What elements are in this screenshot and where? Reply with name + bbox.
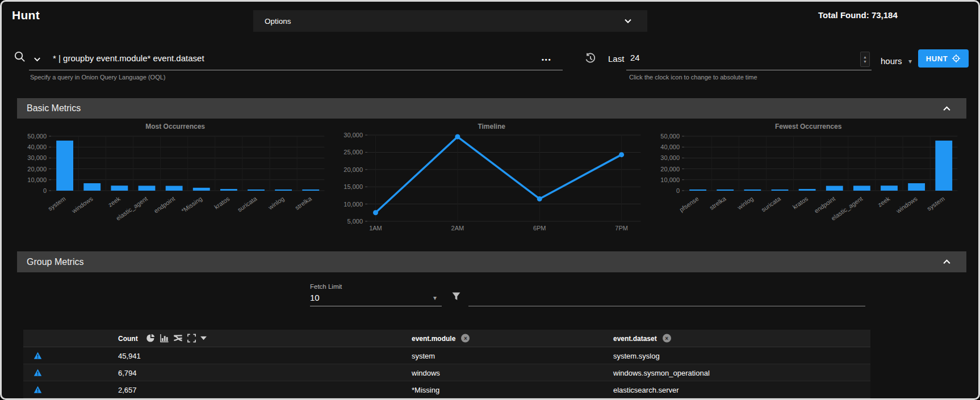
svg-text:endpoint: endpoint bbox=[813, 195, 836, 214]
svg-text:Fewest Occurrences: Fewest Occurrences bbox=[775, 123, 842, 130]
options-dropdown[interactable]: Options bbox=[253, 10, 647, 32]
count-column-header[interactable]: Count bbox=[118, 334, 138, 342]
group-metrics-table: Count bbox=[23, 330, 870, 398]
svg-text:50,000: 50,000 bbox=[27, 133, 47, 140]
svg-text:15,000: 15,000 bbox=[344, 183, 363, 190]
svg-text:30,000: 30,000 bbox=[27, 154, 47, 161]
svg-text:endpoint: endpoint bbox=[153, 195, 176, 214]
svg-text:20,000: 20,000 bbox=[27, 166, 47, 172]
history-clock-icon[interactable] bbox=[584, 52, 597, 65]
module-column-header[interactable]: event.module bbox=[412, 334, 455, 342]
remove-module-column-icon[interactable]: × bbox=[461, 334, 470, 343]
basic-metrics-charts: Most Occurrences010,00020,00030,00040,00… bbox=[17, 119, 966, 233]
svg-text:7PM: 7PM bbox=[615, 225, 629, 231]
svg-text:50,000: 50,000 bbox=[660, 133, 680, 140]
svg-text:Timeline: Timeline bbox=[478, 123, 506, 130]
collapse-chevron-up-icon[interactable] bbox=[942, 257, 952, 267]
count-cell: 45,941 bbox=[118, 351, 141, 360]
svg-text:winlog: winlog bbox=[735, 195, 754, 211]
search-icon bbox=[13, 50, 26, 65]
expand-icon[interactable] bbox=[187, 334, 196, 343]
module-cell: system bbox=[412, 351, 435, 360]
group-metrics-header[interactable]: Group Metrics bbox=[17, 251, 966, 272]
fetch-limit-label: Fetch Limit bbox=[310, 283, 342, 290]
stepper-down-icon[interactable]: ▼ bbox=[863, 60, 867, 64]
svg-text:zeek: zeek bbox=[107, 195, 122, 208]
query-underline bbox=[29, 70, 563, 70]
options-label: Options bbox=[253, 17, 291, 26]
svg-text:Most Occurrences: Most Occurrences bbox=[145, 123, 205, 130]
fewest-occurrences-chart[interactable]: Fewest Occurrences010,00020,00030,00040,… bbox=[650, 119, 966, 233]
timeline-chart[interactable]: Timeline5,00010,00015,00020,00025,00030,… bbox=[333, 119, 650, 233]
query-hint: Specify a query in Onion Query Language … bbox=[30, 74, 165, 81]
table-header-row: Count bbox=[23, 330, 870, 347]
count-cell: 2,657 bbox=[118, 385, 137, 394]
svg-text:10,000: 10,000 bbox=[344, 201, 363, 208]
svg-text:6PM: 6PM bbox=[533, 225, 546, 231]
total-found-value: 73,184 bbox=[872, 10, 898, 20]
svg-text:2AM: 2AM bbox=[451, 225, 464, 231]
table-row[interactable]: 2,657*Missingelasticsearch.server bbox=[23, 381, 870, 398]
svg-text:20,000: 20,000 bbox=[660, 166, 680, 172]
svg-text:20,000: 20,000 bbox=[344, 166, 363, 173]
last-label: Last bbox=[608, 54, 624, 64]
svg-text:pfsense: pfsense bbox=[678, 195, 700, 213]
svg-text:0: 0 bbox=[676, 187, 680, 194]
query-input[interactable] bbox=[52, 53, 520, 64]
svg-text:*Missing: *Missing bbox=[180, 195, 203, 214]
dataset-cell: windows.sysmon_operational bbox=[613, 368, 710, 377]
query-actions-icon[interactable]: ••• bbox=[542, 56, 552, 63]
svg-text:strelka: strelka bbox=[294, 195, 313, 211]
basic-metrics-header[interactable]: Basic Metrics bbox=[17, 98, 966, 119]
time-unit-caret-icon[interactable]: ▾ bbox=[908, 57, 912, 65]
svg-text:30,000: 30,000 bbox=[660, 154, 680, 161]
svg-text:kratos: kratos bbox=[213, 195, 231, 210]
query-history-chevron-icon[interactable] bbox=[33, 55, 41, 64]
svg-text:strelka: strelka bbox=[708, 195, 727, 211]
svg-text:1AM: 1AM bbox=[369, 225, 382, 231]
most-occurrences-chart[interactable]: Most Occurrences010,00020,00030,00040,00… bbox=[17, 119, 333, 233]
group-metrics-title: Group Metrics bbox=[17, 257, 83, 267]
svg-text:zeek: zeek bbox=[876, 195, 891, 208]
dataset-cell: elasticsearch.server bbox=[613, 385, 679, 394]
stepper-up-icon[interactable]: ▲ bbox=[863, 55, 867, 60]
time-stepper[interactable]: ▲ ▼ bbox=[860, 52, 870, 67]
alert-icon[interactable] bbox=[33, 351, 42, 360]
chevron-down-icon[interactable] bbox=[623, 16, 633, 26]
alert-icon[interactable] bbox=[33, 368, 42, 377]
group-filter-input[interactable] bbox=[468, 291, 862, 301]
group-filter-underline bbox=[468, 306, 865, 306]
caret-down-icon[interactable] bbox=[200, 336, 207, 340]
total-found-label: Total Found: bbox=[818, 10, 869, 20]
svg-text:windows: windows bbox=[894, 195, 919, 215]
remove-dataset-column-icon[interactable]: × bbox=[663, 334, 671, 343]
crosshair-icon bbox=[952, 54, 961, 63]
hunt-button-label: HUNT bbox=[926, 54, 948, 63]
count-cell: 6,794 bbox=[118, 368, 137, 377]
fetch-limit-caret-icon[interactable]: ▾ bbox=[433, 294, 437, 302]
hunt-page: Hunt Options Total Found: 73,184 ••• Spe… bbox=[0, 0, 980, 400]
sankey-icon[interactable] bbox=[173, 334, 183, 343]
bar-chart-icon[interactable] bbox=[160, 334, 169, 343]
fetch-limit-underline bbox=[310, 306, 442, 306]
svg-text:5,000: 5,000 bbox=[347, 218, 363, 225]
page-title: Hunt bbox=[12, 9, 40, 22]
pie-chart-icon[interactable] bbox=[146, 334, 156, 343]
alert-icon[interactable] bbox=[33, 385, 42, 394]
time-unit-select[interactable]: hours bbox=[881, 56, 902, 66]
dataset-column-header[interactable]: event.dataset bbox=[613, 334, 657, 342]
time-value-input[interactable] bbox=[629, 52, 853, 63]
fetch-limit-select[interactable]: 10 bbox=[310, 293, 320, 302]
svg-text:10,000: 10,000 bbox=[660, 176, 680, 183]
svg-text:30,000: 30,000 bbox=[344, 132, 363, 138]
total-found: Total Found: 73,184 bbox=[818, 10, 898, 20]
table-row[interactable]: 6,794windowswindows.sysmon_operational bbox=[23, 364, 870, 381]
svg-text:suricata: suricata bbox=[760, 195, 782, 213]
svg-text:system: system bbox=[47, 195, 66, 212]
collapse-chevron-up-icon[interactable] bbox=[942, 104, 952, 113]
svg-text:winlog: winlog bbox=[266, 195, 285, 211]
filter-funnel-icon[interactable] bbox=[451, 292, 461, 301]
hunt-button[interactable]: HUNT bbox=[918, 49, 969, 68]
table-row[interactable]: 45,941systemsystem.syslog bbox=[23, 347, 870, 364]
module-cell: *Missing bbox=[412, 385, 439, 394]
